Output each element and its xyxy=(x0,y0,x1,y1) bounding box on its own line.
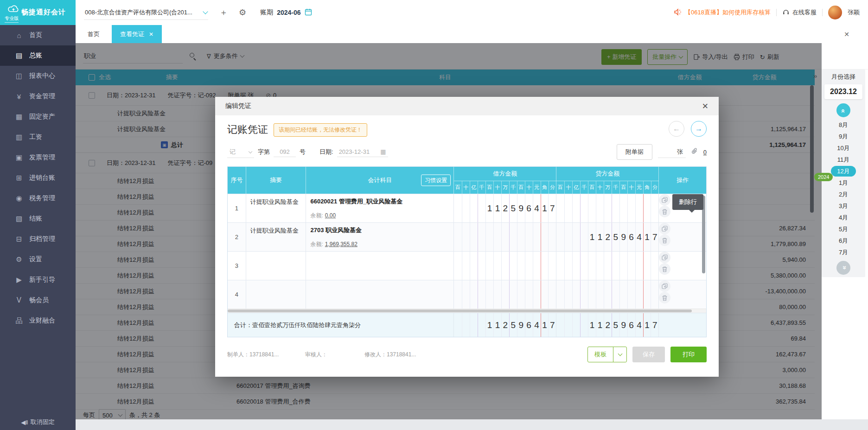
month-item[interactable]: 11月 xyxy=(822,154,865,165)
avatar[interactable] xyxy=(828,6,842,19)
month-item[interactable]: 9月 xyxy=(822,131,865,142)
sidebar-item-closing[interactable]: ▧ 结账 xyxy=(0,209,76,229)
print-button[interactable]: 打印 xyxy=(670,347,707,362)
entry-debit-cell[interactable]: 112596417 xyxy=(454,194,556,222)
voucher-entry-row[interactable]: 4 xyxy=(228,280,706,309)
voucher-entry-row[interactable]: 3 xyxy=(228,251,706,280)
sidebar-item-label: 结账 xyxy=(29,215,42,223)
sidebar-item-business-finance[interactable]: 品 业财融合 xyxy=(0,310,76,331)
entry-account: 66020021 管理费用_职业风险基金 xyxy=(310,197,449,206)
entry-summary[interactable]: 计提职业风险基金 xyxy=(246,223,306,251)
col-operations: 操作 xyxy=(659,167,706,194)
month-item[interactable]: 2月 xyxy=(822,189,865,200)
delete-row-button[interactable] xyxy=(659,292,670,304)
online-support-link[interactable]: 在线客服 xyxy=(782,8,817,17)
sidebar-item-payroll[interactable]: ▥ 工资 xyxy=(0,127,76,147)
voucher-number-input[interactable]: 092 xyxy=(274,147,296,157)
entry-summary[interactable]: 计提职业风险基金 xyxy=(246,194,306,222)
copy-row-button[interactable] xyxy=(659,280,670,292)
entry-account-cell[interactable] xyxy=(306,280,454,309)
sidebar-item-settings[interactable]: ⚙ 设置 xyxy=(0,249,76,270)
modal-footer: 制单人：13718841... 审核人： 修改人：13718841... 模板 … xyxy=(227,347,707,362)
live-announcement-link[interactable]: 【0618直播】如何使用库存核算 xyxy=(674,8,771,17)
sidebar-item-archive[interactable]: ⊟ 归档管理 xyxy=(0,229,76,249)
delete-row-button[interactable] xyxy=(659,234,670,246)
next-voucher-button[interactable]: → xyxy=(691,121,707,137)
voucher-form-row: 记 字第 092 号 日期: 2023-12-31 ▦ 附单据 张 0 xyxy=(227,144,707,160)
sidebar-item-beginner-guide[interactable]: ▶ 新手引导 xyxy=(0,270,76,290)
sidebar-item-label: 首页 xyxy=(29,31,42,39)
entry-debit-cell[interactable] xyxy=(454,223,556,251)
entry-account-cell[interactable] xyxy=(306,252,454,280)
date-input[interactable]: 2023-12-31 ▦ xyxy=(337,147,388,157)
template-button[interactable]: 模板 xyxy=(587,347,627,362)
close-tabs-icon[interactable]: ✕ xyxy=(844,31,849,38)
copy-row-button[interactable] xyxy=(659,252,670,263)
sidebar-item-general-ledger[interactable]: ▤ 总账 xyxy=(0,45,76,66)
tab-view-voucher[interactable]: 查看凭证 ✕ xyxy=(112,25,162,43)
prev-voucher-button[interactable]: ← xyxy=(669,121,684,137)
horizontal-scrollbar[interactable] xyxy=(228,309,706,313)
sidebar-item-membership[interactable]: Ⅴ 畅会员 xyxy=(0,290,76,310)
month-item[interactable]: 5月 xyxy=(822,223,865,235)
sidebar-item-report-center[interactable]: ◫ 报表中心 xyxy=(0,66,76,86)
sidebar-item-funds[interactable]: ¥ 资金管理 xyxy=(0,86,76,107)
delete-row-button[interactable] xyxy=(659,263,670,275)
sidebar-item-purchase-sales[interactable]: ⊞ 进销台账 xyxy=(0,168,76,188)
add-company-icon[interactable]: ＋ xyxy=(219,7,228,18)
sidebar-item-label: 发票管理 xyxy=(29,153,55,162)
unpin-button[interactable]: ◀‖ 取消固定 xyxy=(0,418,76,426)
tab-bar: 首页 查看凭证 ✕ ✕ xyxy=(76,25,868,43)
month-item[interactable]: 8月 xyxy=(822,119,865,131)
entry-debit-cell[interactable] xyxy=(454,280,556,309)
voucher-word-select[interactable]: 记 xyxy=(227,146,254,158)
company-selector[interactable]: 008-北京合佳资产评估有限公司(合201... xyxy=(84,6,208,20)
copy-row-button[interactable] xyxy=(659,223,670,234)
attach-name-field[interactable]: 张 xyxy=(658,146,686,158)
general-ledger-icon: ▤ xyxy=(15,51,23,60)
attachment-count-link[interactable]: 0 xyxy=(703,149,707,156)
scroll-down-button[interactable]: « xyxy=(836,261,850,275)
scroll-up-button[interactable]: « xyxy=(836,103,850,117)
entry-debit-cell[interactable] xyxy=(454,252,556,280)
tab-close-icon[interactable]: ✕ xyxy=(149,31,153,38)
habit-settings-button[interactable]: 习惯设置 xyxy=(421,175,451,186)
voucher-entry-row[interactable]: 2 计提职业风险基金 2703 职业风险基金余额:1,969,355.82 11… xyxy=(228,222,706,251)
entry-account-cell[interactable]: 2703 职业风险基金余额:1,969,355.82 xyxy=(306,223,454,251)
entry-summary[interactable] xyxy=(246,280,306,309)
entry-credit-cell[interactable]: 112596417 xyxy=(556,223,659,251)
attach-document-button[interactable]: 附单据 xyxy=(617,144,652,160)
report-center-icon: ◫ xyxy=(15,72,23,80)
month-item[interactable]: 7月 xyxy=(822,247,865,258)
sidebar-item-invoices[interactable]: ▣ 发票管理 xyxy=(0,147,76,168)
balance-value[interactable]: 0.00 xyxy=(325,212,336,219)
close-icon[interactable]: ✕ xyxy=(702,101,708,111)
copy-row-button[interactable] xyxy=(659,194,670,206)
save-button[interactable]: 保存 xyxy=(632,347,665,362)
entry-credit-cell[interactable] xyxy=(556,252,659,280)
col-account: 会计科目 习惯设置 xyxy=(306,167,454,194)
entry-credit-cell[interactable] xyxy=(556,194,659,222)
month-item[interactable]: 6月 xyxy=(822,235,865,247)
balance-value[interactable]: 1,969,355.82 xyxy=(325,241,357,247)
entry-credit-cell[interactable] xyxy=(556,280,659,309)
month-item[interactable]: 10月 xyxy=(822,142,865,154)
entry-account-cell[interactable]: 66020021 管理费用_职业风险基金余额:0.00 xyxy=(306,194,454,222)
gear-icon[interactable]: ⚙ xyxy=(239,7,246,18)
accounting-period[interactable]: 账期 2024-06 xyxy=(260,8,312,17)
col-seq: 序号 xyxy=(228,167,246,194)
delete-row-button[interactable] xyxy=(659,206,670,217)
month-item[interactable]: 3月 xyxy=(822,200,865,212)
headset-icon xyxy=(782,8,790,17)
entry-summary[interactable] xyxy=(246,252,306,280)
modifier-label: 修改人：13718841... xyxy=(364,351,416,359)
sidebar-item-tax[interactable]: ◉ 税务管理 xyxy=(0,188,76,209)
sidebar-item-label: 总账 xyxy=(29,51,42,60)
sidebar-item-home[interactable]: ⌂ 首页 xyxy=(0,25,76,45)
voucher-entry-row[interactable]: 1 计提职业风险基金 66020021 管理费用_职业风险基金余额:0.00 1… xyxy=(228,194,706,222)
month-item[interactable]: 4月 xyxy=(822,212,865,223)
sidebar-item-fixed-assets[interactable]: ▦ 固定资产 xyxy=(0,107,76,127)
tab-home[interactable]: 首页 xyxy=(76,25,112,43)
business-finance-icon: 品 xyxy=(15,316,23,325)
sidebar-item-label: 业财融合 xyxy=(29,316,55,325)
